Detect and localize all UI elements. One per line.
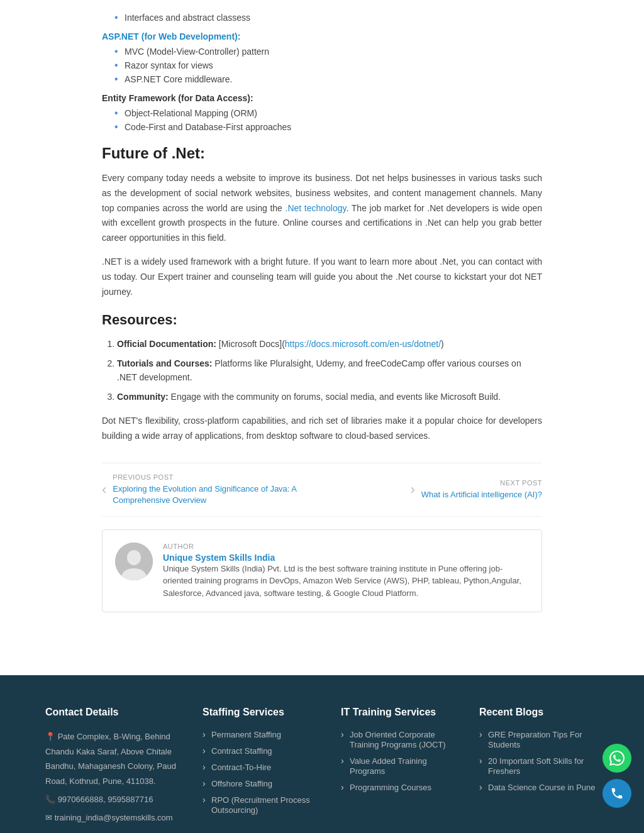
microsoft-docs-link[interactable]: https://docs.microsoft.com/en-us/dotnet/ xyxy=(285,339,441,349)
prev-arrow-icon: ‹ xyxy=(102,482,106,498)
staffing-link-1: Permanent Staffing xyxy=(203,729,322,739)
resources-heading: Resources: xyxy=(102,312,542,328)
next-post-label: NEXT POST xyxy=(421,479,542,487)
next-post-info: NEXT POST What is Artificial intelligenc… xyxy=(421,479,542,500)
blog-link-2-anchor[interactable]: 20 Important Soft Skills for Freshers xyxy=(488,756,584,776)
prev-post-nav: ‹ PREVIOUS POST Exploring the Evolution … xyxy=(102,473,300,506)
author-bio: Unique System Skills (India) Pvt. Ltd is… xyxy=(163,563,529,600)
footer-blogs-col: Recent Blogs GRE Preparation Tips For St… xyxy=(479,707,599,833)
prev-post-link[interactable]: Exploring the Evolution and Significance… xyxy=(113,484,296,505)
resource-item-2: Tutorials and Courses: Platforms like Pl… xyxy=(117,356,542,385)
it-training-link-3: Programming Courses xyxy=(341,782,460,792)
it-training-link-1: Job Oriented Corporate Training Programs… xyxy=(341,729,460,749)
staffing-link-5-anchor[interactable]: RPO (Recruitment Process Outsourcing) xyxy=(211,795,310,815)
resource-label-2: Tutorials and Courses: xyxy=(117,358,212,368)
location-icon: 📍 xyxy=(45,732,55,741)
author-info: AUTHOR Unique System Skills India Unique… xyxy=(163,543,529,600)
blog-link-3-anchor[interactable]: Data Science Course in Pune xyxy=(488,783,596,792)
blog-link-3: Data Science Course in Pune xyxy=(479,782,599,792)
asp-bullet-list: MVC (Model-View-Controller) pattern Razo… xyxy=(114,47,542,84)
footer-email: ✉ training_india@systemskills.com xyxy=(45,810,184,825)
svg-point-1 xyxy=(127,550,141,565)
footer: Contact Details 📍 Pate Complex, B-Wing, … xyxy=(0,675,644,833)
staffing-link-3: Contract-To-Hire xyxy=(203,762,322,772)
next-post-nav: NEXT POST What is Artificial intelligenc… xyxy=(410,479,542,500)
footer-contact-col: Contact Details 📍 Pate Complex, B-Wing, … xyxy=(45,707,184,833)
bullet-item-interface: Interfaces and abstract classess xyxy=(114,13,542,23)
float-buttons xyxy=(602,744,631,808)
asp-item-2: Razor syntax for views xyxy=(114,60,542,70)
next-arrow-icon: › xyxy=(410,482,414,498)
staffing-link-2: Contract Staffing xyxy=(203,746,322,756)
it-training-link-1-anchor[interactable]: Job Oriented Corporate Training Programs… xyxy=(350,730,446,749)
asp-heading: ASP.NET (for Web Development): xyxy=(102,31,542,41)
phone-icon: 📞 xyxy=(45,795,55,804)
footer-inner: Contact Details 📍 Pate Complex, B-Wing, … xyxy=(20,707,624,833)
footer-it-training-title: IT Training Services xyxy=(341,707,460,718)
net-technology-link[interactable]: .Net technology xyxy=(286,203,347,213)
future-paragraph-1: Every company today needs a website to i… xyxy=(102,171,542,246)
resource-label-1: Official Documentation: xyxy=(117,339,216,349)
phone-button[interactable] xyxy=(602,779,631,808)
it-training-link-2: Value Added Training Programs xyxy=(341,756,460,776)
prev-post-info: PREVIOUS POST Exploring the Evolution an… xyxy=(113,473,300,506)
author-label: AUTHOR xyxy=(163,543,529,550)
staffing-links-list: Permanent Staffing Contract Staffing Con… xyxy=(203,729,322,815)
author-avatar-img xyxy=(115,543,153,580)
email-icon: ✉ xyxy=(45,813,52,822)
resource-item-3: Community: Engage with the community on … xyxy=(117,390,542,404)
blogs-links-list: GRE Preparation Tips For Students 20 Imp… xyxy=(479,729,599,792)
ef-bullet-list: Object-Relational Mapping (ORM) Code-Fir… xyxy=(114,108,542,132)
it-training-link-3-anchor[interactable]: Programming Courses xyxy=(350,783,431,792)
footer-staffing-title: Staffing Services xyxy=(203,707,322,718)
ef-heading: Entity Framework (for Data Access): xyxy=(102,93,542,103)
staffing-link-5: RPO (Recruitment Process Outsourcing) xyxy=(203,795,322,815)
author-avatar xyxy=(115,543,153,580)
initial-bullet-list: Interfaces and abstract classess xyxy=(114,13,542,23)
resource-label-3: Community: xyxy=(117,392,169,402)
asp-item-1: MVC (Model-View-Controller) pattern xyxy=(114,47,542,57)
whatsapp-button[interactable] xyxy=(602,744,631,773)
staffing-link-1-anchor[interactable]: Permanent Staffing xyxy=(211,730,281,739)
footer-phones: 📞 9970666888, 9595887716 xyxy=(45,792,184,807)
footer-address: 📍 Pate Complex, B-Wing, Behind Chandu Ka… xyxy=(45,729,184,788)
author-box: AUTHOR Unique System Skills India Unique… xyxy=(102,529,542,613)
future-paragraph-2: .NET is a widely used framework with a b… xyxy=(102,255,542,299)
prev-post-label: PREVIOUS POST xyxy=(113,473,300,481)
footer-it-training-col: IT Training Services Job Oriented Corpor… xyxy=(341,707,460,833)
asp-item-3: ASP.NET Core middleware. xyxy=(114,74,542,84)
staffing-link-2-anchor[interactable]: Contract Staffing xyxy=(211,746,272,756)
blog-link-2: 20 Important Soft Skills for Freshers xyxy=(479,756,599,776)
resources-list: Official Documentation: [Microsoft Docs]… xyxy=(102,337,542,404)
author-name-link[interactable]: Unique System Skills India xyxy=(163,553,275,563)
ef-item-2: Code-First and Database-First approaches xyxy=(114,122,542,132)
ef-item-1: Object-Relational Mapping (ORM) xyxy=(114,108,542,118)
staffing-link-4-anchor[interactable]: Offshore Staffing xyxy=(211,779,272,788)
blog-link-1-anchor[interactable]: GRE Preparation Tips For Students xyxy=(488,730,582,749)
footer-staffing-col: Staffing Services Permanent Staffing Con… xyxy=(203,707,322,833)
staffing-link-3-anchor[interactable]: Contract-To-Hire xyxy=(211,763,271,772)
future-heading: Future of .Net: xyxy=(102,145,542,162)
it-training-links-list: Job Oriented Corporate Training Programs… xyxy=(341,729,460,792)
footer-contact-title: Contact Details xyxy=(45,707,184,718)
next-post-link[interactable]: What is Artificial intelligence (AI)? xyxy=(421,490,542,499)
closing-paragraph: Dot NET's flexibility, cross-platform ca… xyxy=(102,414,542,444)
resource-text-3: Engage with the community on forums, soc… xyxy=(171,392,501,402)
it-training-link-2-anchor[interactable]: Value Added Training Programs xyxy=(350,756,427,776)
resource-item-1: Official Documentation: [Microsoft Docs]… xyxy=(117,337,542,351)
footer-blogs-title: Recent Blogs xyxy=(479,707,599,718)
staffing-link-4: Offshore Staffing xyxy=(203,778,322,788)
post-navigation: ‹ PREVIOUS POST Exploring the Evolution … xyxy=(102,463,542,517)
blog-link-1: GRE Preparation Tips For Students xyxy=(479,729,599,749)
main-content: Interfaces and abstract classess ASP.NET… xyxy=(77,0,567,650)
